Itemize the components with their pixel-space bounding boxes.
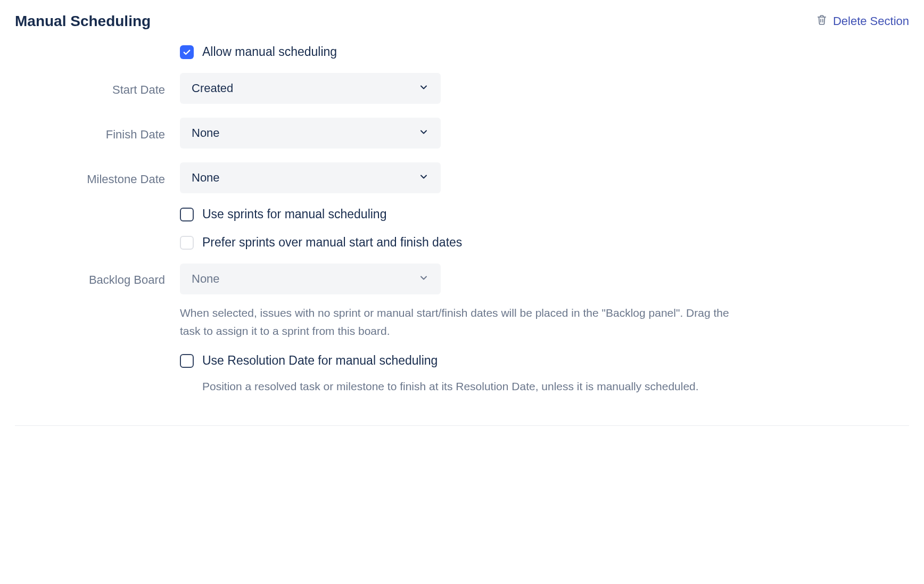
check-icon [182,47,192,57]
start-date-label: Start Date [15,79,180,98]
milestone-date-label: Milestone Date [15,168,180,188]
section-header: Manual Scheduling Delete Section [15,13,909,30]
start-date-select[interactable]: Created [180,73,441,104]
delete-section-label: Delete Section [833,14,909,28]
use-sprints-checkbox[interactable] [180,208,194,221]
allow-manual-scheduling-checkbox[interactable] [180,45,194,59]
finish-date-select[interactable]: None [180,118,441,149]
finish-date-label: Finish Date [15,124,180,143]
delete-section-button[interactable]: Delete Section [816,14,909,29]
prefer-sprints-option: Prefer sprints over manual start and fin… [180,235,739,250]
milestone-date-value: None [192,171,220,185]
backlog-board-help: When selected, issues with no sprint or … [180,304,739,340]
trash-icon [816,14,828,29]
prefer-sprints-checkbox [180,236,194,250]
prefer-sprints-label: Prefer sprints over manual start and fin… [202,235,462,250]
backlog-board-select: None [180,264,441,294]
allow-manual-scheduling-option[interactable]: Allow manual scheduling [180,45,739,59]
chevron-down-icon [418,273,429,285]
allow-manual-scheduling-label: Allow manual scheduling [202,45,337,59]
backlog-board-label: Backlog Board [15,264,180,289]
use-resolution-date-help: Position a resolved task or milestone to… [180,377,739,396]
use-sprints-label: Use sprints for manual scheduling [202,207,386,221]
manual-scheduling-section: Manual Scheduling Delete Section [15,13,909,426]
chevron-down-icon [418,171,429,184]
use-resolution-date-checkbox[interactable] [180,354,194,368]
use-resolution-date-option[interactable]: Use Resolution Date for manual schedulin… [180,353,739,368]
milestone-date-select[interactable]: None [180,162,441,193]
chevron-down-icon [418,127,429,139]
finish-date-value: None [192,126,220,140]
backlog-board-value: None [192,272,220,286]
start-date-value: Created [192,81,233,95]
section-title: Manual Scheduling [15,13,151,30]
chevron-down-icon [418,82,429,95]
use-resolution-date-label: Use Resolution Date for manual schedulin… [202,353,438,368]
use-sprints-option[interactable]: Use sprints for manual scheduling [180,207,739,221]
